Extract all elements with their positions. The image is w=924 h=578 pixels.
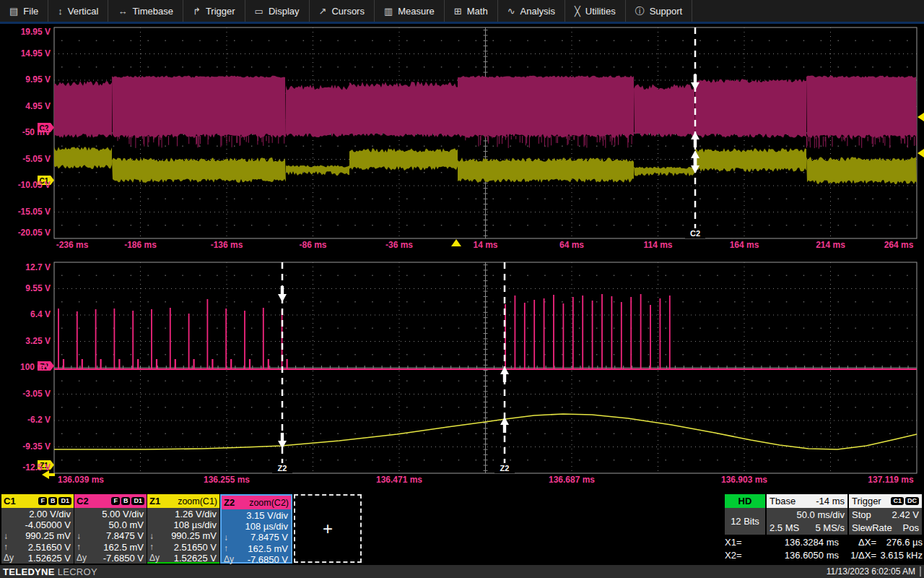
- descriptor-body: 3.15 V/div 108 µs/div ↓7.8475 V ↑162.5 m…: [222, 509, 291, 565]
- trigger-title: Trigger: [852, 496, 881, 506]
- delta-y-icon: Δy: [224, 554, 234, 564]
- delta-y-icon: Δy: [77, 553, 87, 563]
- cursor-high-value: 2.51650 V: [28, 542, 71, 553]
- menu-item-math[interactable]: ⊞Math: [445, 0, 498, 22]
- menu-item-label: Cursors: [331, 6, 365, 17]
- menu-item-label: Math: [467, 6, 488, 17]
- menu-item-timebase[interactable]: ↔Timebase: [108, 0, 183, 22]
- svg-text:Z2: Z2: [500, 464, 510, 473]
- menu-item-label: File: [23, 6, 38, 17]
- offset-marker-z1[interactable]: Z1: [38, 460, 54, 470]
- delta-y-value: 1.52625 V: [28, 553, 71, 564]
- cursor-high-icon: ↑: [77, 542, 81, 552]
- cursor-low-value: 990.25 mV: [25, 530, 71, 541]
- vertical-arrows-icon: ↕: [58, 7, 63, 16]
- descriptor-header: Z2 zoom(C2): [222, 496, 291, 509]
- offset-marker-c1[interactable]: C1: [38, 176, 54, 185]
- delta-y-value: -7.6850 V: [103, 553, 144, 564]
- menu-item-trigger[interactable]: ↱Trigger: [183, 0, 245, 22]
- cursor-high-icon: ↑: [149, 542, 154, 552]
- oscilloscope-app: ▤File↕Vertical↔Timebase↱Trigger▭Display↗…: [0, 0, 924, 578]
- inv-dx-value: 3.615 kHz: [876, 550, 923, 561]
- hd-mode-box[interactable]: HD 12 Bits: [725, 494, 765, 535]
- cursor-readout: X1= 136.3284 ms ΔX= 276.6 µs X2= 136.605…: [725, 535, 923, 561]
- trigger-header: Trigger C1 DC: [849, 494, 922, 508]
- cursor-low-icon: ↓: [224, 532, 228, 543]
- menu-item-label: Trigger: [206, 6, 235, 17]
- sample-count: 2.5 MS: [770, 522, 799, 533]
- add-trace-button[interactable]: +: [294, 494, 362, 563]
- delta-y-value: 1.52625 V: [174, 553, 217, 564]
- dx-label: ΔX=: [839, 537, 876, 548]
- menu-item-measure[interactable]: ▥Measure: [375, 0, 445, 22]
- menu-item-display[interactable]: ▭Display: [245, 0, 310, 22]
- badge-filter: F: [111, 497, 120, 506]
- menu-item-label: Support: [650, 6, 683, 17]
- delta-y-value: -7.6850 V: [248, 554, 288, 565]
- teledyne-lecroy-logo: TELEDYNE LECROY: [3, 566, 97, 577]
- menu-item-label: Utilities: [585, 6, 616, 17]
- svg-text:C1: C1: [40, 177, 49, 185]
- svg-text:Z2: Z2: [278, 464, 287, 473]
- menu-item-file[interactable]: ▤File: [0, 0, 48, 22]
- offset-marker-c2[interactable]: C2: [38, 123, 54, 132]
- trigger-slope: Pos: [903, 522, 919, 533]
- vdiv-value: 2.00 V/div: [29, 509, 71, 519]
- trigger-source-badge: C1: [891, 497, 904, 506]
- tdiv-value: 108 µs/div: [245, 521, 288, 532]
- timebase-box[interactable]: Tbase -14 ms 50.0 ms/div 2.5 MS 5 MS/s: [767, 494, 847, 535]
- x1-label: X1=: [725, 537, 754, 548]
- timebase-sampling: 2.5 MS 5 MS/s: [767, 521, 847, 534]
- trigger-level-marker[interactable]: [918, 149, 924, 158]
- zoom-source: zoom(C1): [178, 496, 217, 506]
- cursor-low-value: 7.8475 V: [106, 530, 144, 541]
- offset-value: -4.05000 V: [25, 519, 71, 530]
- badge-d1: D1: [58, 497, 71, 506]
- x2-label: X2=: [725, 550, 754, 561]
- trigger-level-marker[interactable]: [918, 113, 924, 121]
- cursor-low-icon: ↓: [4, 531, 8, 541]
- svg-text:C2: C2: [40, 124, 49, 132]
- zoom-descriptor-z1[interactable]: Z1 zoom(C1) 1.26 V/div 108 µs/div ↓990.2…: [147, 494, 219, 564]
- offgrid-arrow-icon: [42, 470, 55, 479]
- badge-bandwidth: B: [121, 497, 131, 506]
- zoom-descriptor-z2[interactable]: Z2 zoom(C2) 3.15 V/div 108 µs/div ↓7.847…: [220, 494, 292, 564]
- trigger-edge-icon: ↱: [193, 7, 201, 16]
- cursor-arrow-icon: ↗: [319, 7, 327, 16]
- menu-item-cursors[interactable]: ↗Cursors: [310, 0, 375, 22]
- badge-d1: D1: [131, 497, 144, 506]
- menu-item-utilities[interactable]: ╳Utilities: [565, 0, 626, 22]
- vdiv-value: 1.26 V/div: [175, 509, 217, 519]
- offset-marker-z2[interactable]: Z2: [38, 361, 54, 371]
- hd-bits: 12 Bits: [725, 508, 765, 535]
- tools-icon: ╳: [575, 7, 580, 16]
- menu-item-support[interactable]: ⓘSupport: [626, 0, 693, 22]
- cursor-low-icon: ↓: [77, 531, 81, 541]
- timebase-offset: -14 ms: [816, 496, 845, 506]
- offset-value: 50.0 mV: [109, 519, 144, 530]
- datetime: 11/13/2023 6:02:05 AM: [827, 566, 921, 577]
- menu-item-analysis[interactable]: ∿Analysis: [498, 0, 565, 22]
- trigger-time-marker[interactable]: [451, 239, 461, 246]
- plus-icon: +: [323, 519, 333, 539]
- info-icon: ⓘ: [635, 7, 645, 16]
- menu-item-vertical[interactable]: ↕Vertical: [48, 0, 108, 22]
- cursor-low-value: 7.8475 V: [250, 532, 288, 543]
- channel-descriptor-c2[interactable]: C2 F B D1 5.00 V/div 50.0 mV ↓7.8475 V ↑…: [74, 494, 147, 564]
- inv-dx-label: 1/ΔX=: [839, 550, 876, 561]
- descriptor-header: Z1 zoom(C1): [147, 494, 219, 508]
- cursor-high-value: 2.51650 V: [174, 542, 217, 553]
- ruler-icon: ▥: [384, 7, 393, 16]
- trigger-mode-row: Stop 2.42 V: [849, 508, 922, 521]
- cursor-low-value: 990.25 mV: [171, 530, 217, 541]
- delta-y-icon: Δy: [149, 553, 160, 563]
- menu-item-label: Timebase: [132, 6, 173, 17]
- horizontal-arrows-icon: ↔: [118, 7, 127, 16]
- descriptor-header: C2 F B D1: [74, 494, 147, 508]
- timebase-header: Tbase -14 ms: [767, 494, 847, 508]
- trigger-box[interactable]: Trigger C1 DC Stop 2.42 V SlewRate Pos: [849, 494, 922, 535]
- channel-label: C2: [77, 496, 89, 506]
- channel-descriptor-c1[interactable]: C1 F B D1 2.00 V/div -4.05000 V ↓990.25 …: [1, 494, 74, 564]
- menu-item-label: Display: [269, 6, 300, 17]
- menu-item-label: Vertical: [68, 6, 99, 17]
